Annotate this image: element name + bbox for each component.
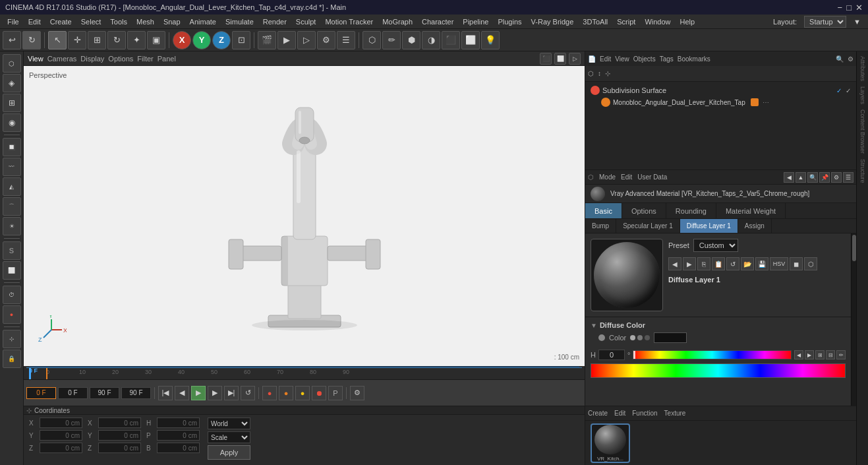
mat-list-function[interactable]: Function (632, 410, 657, 417)
hsv-h-input[interactable] (598, 350, 625, 360)
x-axis-btn[interactable]: X (173, 31, 191, 49)
auto-key-btn[interactable]: P (328, 386, 343, 400)
scene-item-faucet[interactable]: Monobloc_Angular_Dual_Lever_Kitchen_Tap … (588, 96, 854, 108)
y-axis-btn[interactable]: Y (192, 31, 211, 49)
menu-pipeline[interactable]: Pipeline (458, 16, 493, 27)
mat-settings-btn[interactable]: ⚙ (831, 172, 842, 183)
preset-select[interactable]: Custom (693, 239, 738, 252)
mat-user-data-label[interactable]: User Data (637, 173, 667, 181)
mat-subtab-diffuse[interactable]: Diffuse Layer 1 (680, 219, 738, 233)
lt-lock-btn[interactable]: 🔒 (3, 350, 21, 368)
sim-btn[interactable]: ⬛ (442, 31, 460, 49)
mat-next-btn[interactable]: ▶ (683, 257, 696, 270)
mat-copy-btn[interactable]: ⎘ (697, 257, 710, 270)
scale-y-input[interactable] (157, 430, 200, 441)
menu-plugins[interactable]: Plugins (493, 16, 526, 27)
menu-script[interactable]: Script (612, 16, 640, 27)
mat-pin-btn[interactable]: 📌 (819, 172, 830, 183)
scene-tb-icon3[interactable]: ⊹ (605, 70, 610, 77)
mat-list-edit[interactable]: Edit (614, 410, 625, 417)
lt-mode4-btn[interactable]: ◉ (3, 113, 21, 132)
lt-timeline-btn[interactable]: ⏱ (3, 286, 21, 304)
apply-button[interactable]: Apply (208, 445, 250, 460)
mat-tab-basic[interactable]: Basic (585, 203, 622, 218)
mat-mode-label[interactable]: Mode (599, 173, 616, 181)
menu-motion-tracker[interactable]: Motion Tracker (320, 16, 378, 27)
rvtab-layers[interactable]: Layers (859, 84, 867, 106)
hsv-h-slider[interactable] (633, 350, 792, 359)
lt-s-btn[interactable]: S (3, 241, 21, 260)
tab-panel[interactable]: Panel (158, 55, 176, 63)
scene-view-label[interactable]: View (615, 55, 629, 63)
rot-x-input[interactable] (98, 418, 141, 428)
frame-end-input[interactable] (90, 387, 119, 399)
minimize-btn[interactable]: − (838, 3, 843, 13)
scene-tb-icon2[interactable]: ↕ (598, 70, 601, 77)
rec-btn[interactable]: ⏺ (312, 386, 326, 400)
scene-objects-label[interactable]: Objects (633, 55, 656, 63)
pos-z-input[interactable] (40, 443, 82, 453)
display-btn[interactable]: 💡 (481, 31, 500, 49)
tab-filter[interactable]: Filter (137, 55, 153, 63)
rec-scale-btn[interactable]: ● (295, 386, 310, 400)
mat-prev-btn[interactable]: ◀ (668, 257, 681, 270)
mat-subtab-bump[interactable]: Bump (585, 219, 616, 233)
timeline-ruler[interactable]: 0 F 0 10 20 30 40 50 60 70 80 90 (24, 366, 585, 379)
lt-light-btn[interactable]: ☀ (3, 217, 21, 235)
menu-file[interactable]: File (3, 16, 24, 27)
menu-help[interactable]: Help (676, 16, 700, 27)
mat-edit-label[interactable]: Edit (621, 173, 632, 181)
mat-subtab-assign[interactable]: Assign (738, 219, 772, 233)
pos-y-input[interactable] (40, 430, 82, 441)
menu-vray[interactable]: V-Ray Bridge (527, 16, 579, 27)
rvtab-attributes[interactable]: Attributes (859, 54, 867, 83)
move-tool-btn[interactable]: ✛ (68, 31, 86, 49)
pos-x-input[interactable] (40, 418, 82, 428)
tab-display[interactable]: Display (80, 55, 104, 63)
scene-item-check[interactable]: ✓ (836, 87, 842, 94)
mat-tab-weight[interactable]: Material Weight (716, 203, 786, 218)
color-spectrum[interactable] (591, 363, 846, 378)
scale-x-input[interactable] (157, 418, 200, 428)
scale-z-input[interactable] (157, 443, 200, 453)
menu-animate[interactable]: Animate (185, 16, 221, 27)
tab-view[interactable]: View (28, 55, 43, 63)
go-end-btn[interactable]: ▶| (224, 386, 239, 400)
rec-rot-btn[interactable]: ● (279, 386, 293, 400)
scale-tool-btn[interactable]: ⊞ (88, 31, 106, 49)
tab-options[interactable]: Options (108, 55, 133, 63)
lt-obj-btn[interactable]: 🔲 (3, 138, 21, 156)
menu-select[interactable]: Select (76, 16, 106, 27)
maximize-btn[interactable]: □ (846, 3, 852, 13)
group-btn[interactable]: ▣ (147, 31, 165, 49)
material-scrollbar[interactable] (851, 233, 856, 406)
scene-bookmarks-label[interactable]: Bookmarks (678, 55, 710, 63)
menu-snap[interactable]: Snap (159, 16, 185, 27)
menu-create[interactable]: Create (45, 16, 76, 27)
scene-tb-icon1[interactable]: ⬡ (588, 70, 594, 77)
fps-input[interactable] (121, 387, 151, 399)
hsv-btn-1[interactable]: ◀ (794, 350, 803, 359)
viewport-opts-btn[interactable]: ⬜ (461, 31, 480, 49)
mat-subtab-specular[interactable]: Specular Layer 1 (616, 219, 680, 233)
film-btn[interactable]: 🎬 (258, 31, 276, 49)
rot-y-input[interactable] (98, 430, 141, 441)
hsv-btn-4[interactable]: ⊟ (826, 350, 835, 359)
viewport-maximize-btn[interactable]: ⬛ (540, 53, 552, 65)
menu-character[interactable]: Character (417, 16, 458, 27)
viewport[interactable]: Perspective (24, 66, 585, 366)
scene-search-icon[interactable]: 🔍 (836, 55, 844, 63)
mat-menu-btn[interactable]: ☰ (843, 172, 854, 183)
hsv-btn-3[interactable]: ⊞ (815, 350, 825, 359)
tab-cameras[interactable]: Cameras (47, 55, 77, 63)
mat-reset-btn[interactable]: ↺ (726, 257, 739, 270)
mat-hex-btn[interactable]: ⬡ (804, 257, 817, 270)
paint-btn[interactable]: ✏ (382, 31, 401, 49)
mat-forward-btn[interactable]: ▲ (796, 172, 806, 183)
mat-hsv-btn[interactable]: HSV (770, 257, 788, 270)
window-controls[interactable]: − □ ✕ (838, 3, 863, 13)
lt-floor-btn[interactable]: ⬜ (3, 261, 21, 280)
mat-search-btn[interactable]: 🔍 (807, 172, 818, 183)
render-settings-btn[interactable]: ⚙ (317, 31, 335, 49)
menu-3dtoall[interactable]: 3DToAll (578, 16, 612, 27)
